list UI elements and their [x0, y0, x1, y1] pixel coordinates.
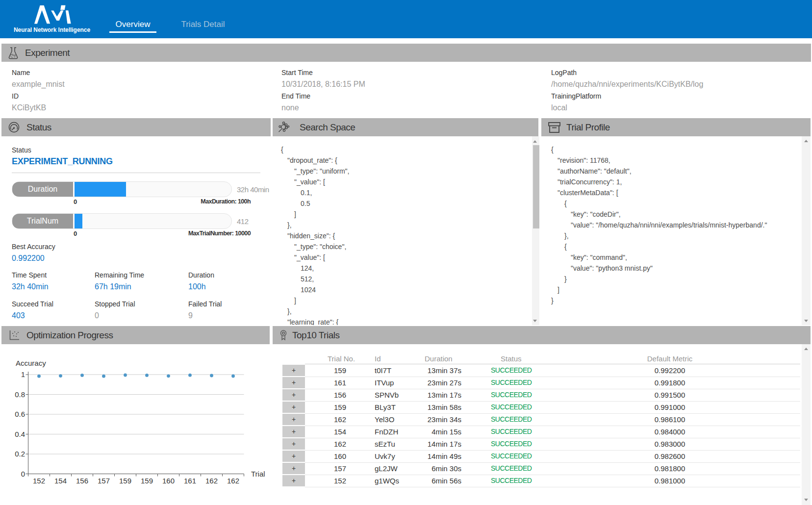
svg-text:0.2: 0.2 [15, 450, 25, 458]
svg-text:0.8: 0.8 [15, 390, 25, 399]
svg-text:159: 159 [141, 477, 153, 485]
svg-text:0.4: 0.4 [15, 430, 25, 438]
svg-text:0: 0 [21, 470, 25, 478]
svg-text:Trial: Trial [251, 470, 265, 478]
svg-text:157: 157 [98, 477, 110, 485]
svg-text:160: 160 [162, 477, 175, 485]
svg-text:159: 159 [119, 477, 131, 485]
svg-text:162: 162 [227, 477, 239, 485]
svg-text:154: 154 [54, 477, 67, 485]
svg-text:162: 162 [205, 477, 218, 485]
svg-text:156: 156 [76, 477, 88, 485]
svg-text:161: 161 [184, 477, 196, 485]
svg-text:Accuracy: Accuracy [16, 359, 46, 367]
svg-text:1: 1 [21, 370, 25, 379]
svg-text:0.6: 0.6 [15, 410, 25, 418]
svg-text:152: 152 [33, 477, 45, 485]
